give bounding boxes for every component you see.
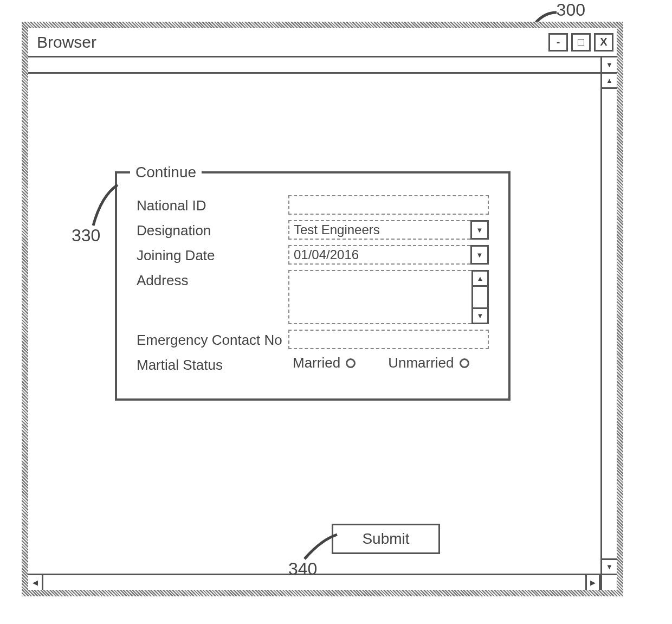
callout-300: 300 <box>557 0 585 20</box>
fieldset-legend: Continue <box>130 164 202 181</box>
emergency-contact-input[interactable] <box>288 330 489 349</box>
label-designation: Designation <box>137 220 288 239</box>
radio-married[interactable]: Married <box>293 355 356 371</box>
toolbar-dropdown-icon[interactable]: ▼ <box>600 57 617 72</box>
chevron-down-icon[interactable]: ▼ <box>470 245 489 265</box>
label-emergency-contact: Emergency Contact No <box>137 330 288 349</box>
maximize-button[interactable]: □ <box>571 33 591 52</box>
scroll-up-icon[interactable]: ▲ <box>473 272 487 287</box>
address-textarea[interactable]: ▲ ▼ <box>288 270 489 324</box>
browser-window: Browser - □ X ▼ Continue National ID Des… <box>22 22 623 596</box>
callout-330: 330 <box>72 226 100 246</box>
vertical-scrollbar[interactable]: ▲ ▼ <box>600 74 617 574</box>
label-address: Address <box>137 270 288 289</box>
radio-icon <box>460 358 469 368</box>
scroll-down-icon[interactable]: ▼ <box>473 307 487 323</box>
label-joining-date: Joining Date <box>137 245 288 264</box>
close-button[interactable]: X <box>594 33 613 52</box>
textarea-scrollbar[interactable]: ▲ ▼ <box>471 270 489 324</box>
label-national-id: National ID <box>137 195 288 214</box>
scroll-up-icon[interactable]: ▲ <box>602 74 617 89</box>
national-id-input[interactable] <box>288 195 489 215</box>
minimize-button[interactable]: - <box>548 33 568 52</box>
scroll-right-icon[interactable]: ▶ <box>585 575 600 590</box>
radio-icon <box>346 358 356 368</box>
window-title: Browser <box>37 33 96 52</box>
titlebar: Browser - □ X <box>28 28 617 57</box>
scroll-corner <box>600 575 617 590</box>
designation-select[interactable]: Test Engineers ▼ <box>288 220 489 240</box>
toolbar: ▼ <box>28 57 617 74</box>
chevron-down-icon[interactable]: ▼ <box>470 220 489 240</box>
radio-unmarried[interactable]: Unmarried <box>388 355 469 371</box>
form-continue: Continue National ID Designation Test En… <box>115 171 511 401</box>
submit-button[interactable]: Submit <box>332 524 440 554</box>
scroll-down-icon[interactable]: ▼ <box>602 558 617 574</box>
joining-date-select[interactable]: 01/04/2016 ▼ <box>288 245 489 265</box>
horizontal-scrollbar[interactable]: ◀ ▶ <box>28 574 617 590</box>
label-marital-status: Martial Status <box>137 355 288 374</box>
scroll-left-icon[interactable]: ◀ <box>28 575 43 590</box>
